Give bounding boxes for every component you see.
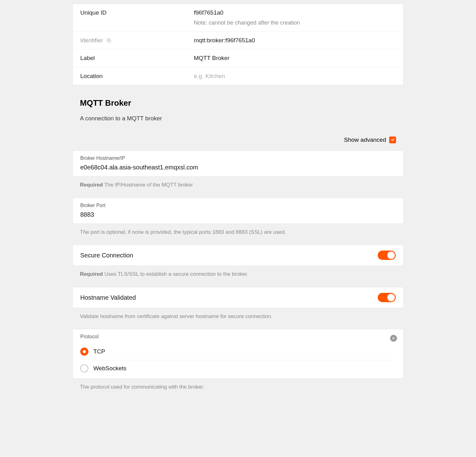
secure-connection-label: Secure Connection [80, 251, 133, 260]
check-icon [391, 138, 395, 142]
protocol-ws-label: WebSockets [93, 364, 126, 373]
identifier-row: Identifier mqtt:broker:f96f7651a0 [73, 32, 403, 50]
location-row: Location e.g. Kitchen [73, 67, 403, 85]
hostname-required: Required [80, 182, 103, 188]
section-title: MQTT Broker [64, 91, 412, 111]
section-subtitle: A connection to a MQTT broker [64, 111, 412, 133]
unique-id-note: Note: cannot be changed after the creati… [194, 19, 396, 27]
port-help: The port is optional, if none is provide… [80, 228, 396, 236]
clear-protocol-button[interactable] [390, 335, 397, 342]
copy-icon[interactable] [106, 38, 112, 43]
hostname-label: Broker Hostname/IP [80, 155, 396, 162]
label-field-label: Label [80, 54, 194, 63]
port-field[interactable]: Broker Port [72, 198, 404, 224]
secure-help-text: Uses TLS/SSL to establish a secure conne… [104, 271, 248, 277]
location-placeholder[interactable]: e.g. Kitchen [194, 72, 396, 81]
hostname-validated-label: Hostname Validated [80, 293, 136, 302]
identifier-value: mqtt:broker:f96f7651a0 [194, 36, 396, 45]
secure-connection-toggle[interactable] [378, 251, 396, 260]
protocol-label: Protocol [80, 333, 396, 340]
secure-required: Required [80, 271, 103, 277]
close-icon [392, 337, 395, 340]
hostname-field[interactable]: Broker Hostname/IP [72, 150, 404, 177]
hostname-validated-row: Hostname Validated [72, 287, 404, 308]
show-advanced-row: Show advanced [64, 133, 412, 151]
protocol-help: The protocol used for communicating with… [80, 383, 396, 391]
radio-tcp[interactable] [80, 348, 88, 356]
info-card: Unique ID f96f7651a0 Note: cannot be cha… [72, 4, 404, 85]
unique-id-row: Unique ID f96f7651a0 Note: cannot be cha… [73, 4, 403, 32]
label-row: Label MQTT Broker [73, 49, 403, 67]
protocol-option-websockets[interactable]: WebSockets [92, 360, 396, 377]
secure-connection-row: Secure Connection [72, 245, 404, 266]
unique-id-label: Unique ID [80, 8, 194, 17]
show-advanced-label: Show advanced [344, 136, 386, 145]
port-input[interactable] [80, 211, 396, 218]
identifier-label: Identifier [80, 36, 103, 45]
protocol-field: Protocol TCP WebSockets [72, 329, 404, 379]
location-label: Location [80, 72, 194, 81]
protocol-tcp-label: TCP [93, 347, 105, 356]
secure-help: Required Uses TLS/SSL to establish a sec… [80, 270, 396, 278]
hostname-help-text: The IP/Hostname of the MQTT broker [104, 182, 193, 188]
port-label: Broker Port [80, 202, 396, 209]
unique-id-value: f96f7651a0 [194, 8, 396, 17]
unique-id-value-wrap: f96f7651a0 Note: cannot be changed after… [194, 8, 396, 27]
hostname-input[interactable] [80, 164, 396, 171]
protocol-option-tcp[interactable]: TCP [92, 344, 396, 360]
identifier-label-wrap: Identifier [80, 36, 194, 45]
label-field-value[interactable]: MQTT Broker [194, 54, 396, 63]
hostname-validated-help: Validate hostname from certificate again… [80, 312, 396, 321]
show-advanced-checkbox[interactable] [389, 136, 396, 143]
hostname-validated-toggle[interactable] [378, 293, 396, 302]
radio-websockets[interactable] [80, 364, 88, 372]
hostname-help: Required The IP/Hostname of the MQTT bro… [80, 181, 396, 189]
